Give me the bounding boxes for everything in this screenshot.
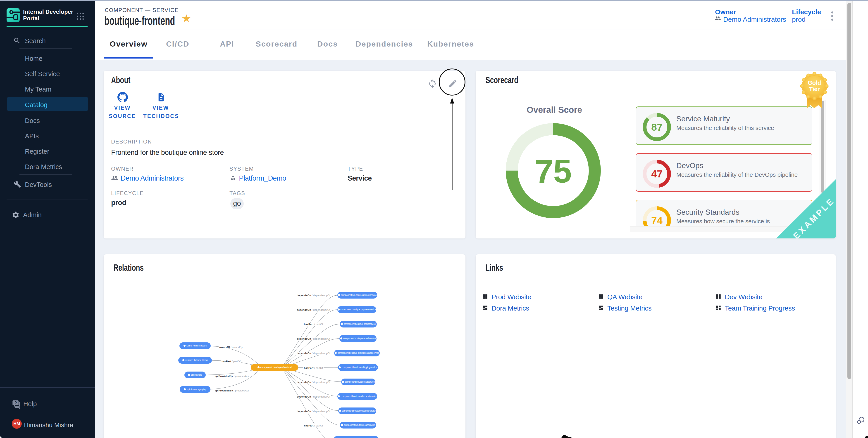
svg-text:Gold: Gold [808,79,821,86]
svg-text:Tier: Tier [809,86,819,93]
svg-text:?: ? [14,401,17,405]
